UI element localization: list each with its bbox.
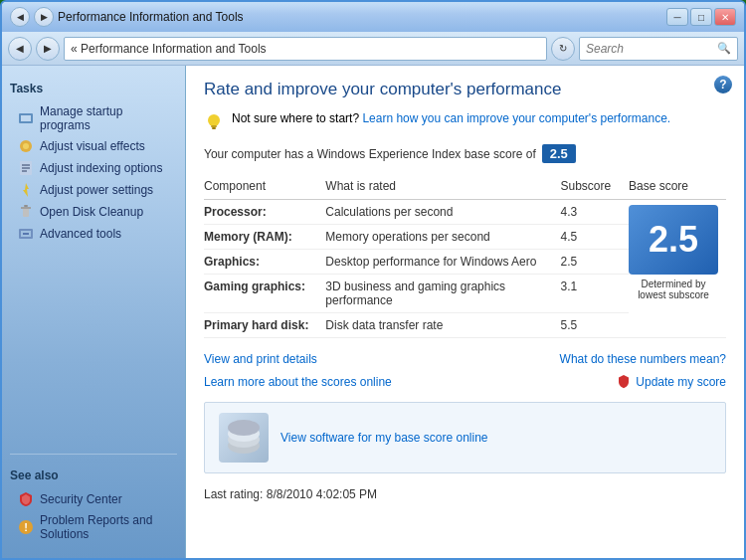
score-intro-text: Your computer has a Windows Experience I… [204,147,536,161]
svg-point-17 [208,114,220,126]
title-bar-left: ◀ ▶ Performance Information and Tools [10,7,244,27]
row-processor-subscore: 4.3 [560,200,629,225]
visual-icon [18,138,34,154]
svg-point-23 [228,420,260,436]
sidebar-item-indexing[interactable]: Adjust indexing options [10,157,177,179]
sidebar-item-power[interactable]: Adjust power settings [10,179,177,201]
svg-point-3 [23,143,29,149]
main-window: ◀ ▶ Performance Information and Tools ─ … [0,0,746,560]
update-score-row: Update my score [616,374,726,390]
sidebar-item-visual[interactable]: Adjust visual effects [10,135,177,157]
window-title: Performance Information and Tools [58,10,244,24]
forward-button[interactable]: ▶ [36,37,60,61]
indexing-icon [18,160,34,176]
see-also-section: See also Security Center ! Problem Repor… [2,463,185,548]
view-print-link[interactable]: View and print details [204,352,317,366]
hint-not-sure: Not sure where to start? [232,111,359,125]
address-input[interactable]: « Performance Information and Tools [64,37,547,61]
search-input[interactable] [586,42,717,56]
base-score-badge: 2.5 [542,144,576,163]
search-box[interactable]: 🔍 [579,37,738,61]
row-gaming-rated: 3D business and gaming graphics performa… [325,275,560,313]
hint-link[interactable]: Learn how you can improve your computer'… [362,111,670,125]
svg-rect-18 [211,125,217,127]
update-score-link[interactable]: Update my score [636,375,726,389]
security-icon [18,491,34,507]
title-back-btn[interactable]: ◀ [10,7,30,27]
what-numbers-link[interactable]: What do these numbers mean? [560,352,726,366]
help-icon[interactable]: ? [714,76,732,93]
col-subscore: Subscore [560,175,629,200]
last-rating: Last rating: 8/8/2010 4:02:05 PM [204,487,726,501]
title-forward-btn[interactable]: ▶ [34,7,54,27]
visual-label: Adjust visual effects [40,139,145,153]
software-box: View software for my base score online [204,402,726,473]
sidebar-item-problems[interactable]: ! Problem Reports and Solutions [10,510,177,544]
title-bar: ◀ ▶ Performance Information and Tools ─ … [2,2,744,32]
col-basescore: Base score [629,175,726,200]
svg-rect-10 [21,207,31,209]
power-icon [18,182,34,198]
address-text: « Performance Information and Tools [71,42,267,56]
window-controls: ─ □ ✕ [666,8,736,26]
score-cell: 2.5 Determined by lowest subscore [629,200,726,338]
sidebar-item-security[interactable]: Security Center [10,488,177,510]
maximize-button[interactable]: □ [690,8,712,26]
cleanup-icon [18,204,34,220]
minimize-button[interactable]: ─ [666,8,688,26]
search-icon: 🔍 [717,42,731,55]
hint-text: Not sure where to start? Learn how you c… [232,111,670,125]
row-memory-component: Memory (RAM): [204,225,325,250]
sidebar-item-cleanup[interactable]: Open Disk Cleanup [10,201,177,223]
score-intro: Your computer has a Windows Experience I… [204,144,726,163]
svg-rect-11 [24,205,28,207]
score-box: 2.5 Determined by lowest subscore [629,205,718,300]
table-row: Processor: Calculations per second 4.3 2… [204,200,726,225]
action-links-row1: View and print details What do these num… [204,352,726,366]
startup-label: Manage startup programs [40,104,173,132]
power-label: Adjust power settings [40,183,153,197]
col-component: Component [204,175,325,200]
svg-rect-19 [212,127,216,129]
security-label: Security Center [40,492,122,506]
row-graphics-subscore: 2.5 [560,250,629,275]
score-big-value: 2.5 [629,205,718,275]
row-gaming-subscore: 3.1 [560,275,629,313]
row-disk-subscore: 5.5 [560,313,629,338]
see-also-title: See also [10,468,177,482]
advanced-icon [18,226,34,242]
address-bar: ◀ ▶ « Performance Information and Tools … [2,32,744,66]
hint-row: Not sure where to start? Learn how you c… [204,111,726,132]
problems-icon: ! [18,519,34,535]
sidebar-spacer [2,249,185,446]
row-memory-rated: Memory operations per second [325,225,560,250]
learn-more-link[interactable]: Learn more about the scores online [204,375,392,389]
indexing-label: Adjust indexing options [40,161,162,175]
row-graphics-rated: Desktop performance for Windows Aero [325,250,560,275]
row-processor-rated: Calculations per second [325,200,560,225]
tasks-section: Tasks Manage startup programs Adjust vis… [2,76,185,249]
software-link[interactable]: View software for my base score online [280,431,488,445]
sidebar-divider [10,454,177,455]
sidebar-item-advanced[interactable]: Advanced tools [10,223,177,245]
close-button[interactable]: ✕ [714,8,736,26]
main-content: Tasks Manage startup programs Adjust vis… [2,66,744,558]
svg-rect-1 [21,115,31,121]
svg-text:!: ! [24,521,28,533]
back-button[interactable]: ◀ [8,37,32,61]
bulb-icon [204,112,224,132]
row-gaming-component: Gaming graphics: [204,275,325,313]
row-processor-component: Processor: [204,200,325,225]
sidebar-item-startup[interactable]: Manage startup programs [10,101,177,135]
score-caption: Determined by lowest subscore [629,279,718,300]
sidebar: Tasks Manage startup programs Adjust vis… [2,66,186,558]
content-area: ? Rate and improve your computer's perfo… [186,66,744,558]
advanced-label: Advanced tools [40,227,121,241]
svg-marker-8 [23,183,29,197]
performance-table: Component What is rated Subscore Base sc… [204,175,726,338]
refresh-button[interactable]: ↻ [551,37,575,61]
page-title: Rate and improve your computer's perform… [204,80,726,99]
row-memory-subscore: 4.5 [560,225,629,250]
software-icon [219,413,269,463]
row-disk-rated: Disk data transfer rate [325,313,560,338]
